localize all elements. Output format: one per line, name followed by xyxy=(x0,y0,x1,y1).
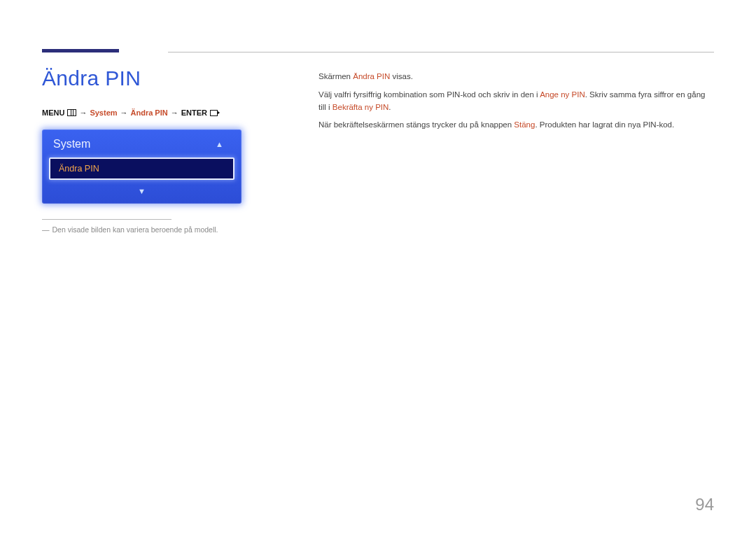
footnote: ―Den visade bilden kan variera beroende … xyxy=(42,225,294,234)
osd-item-label: Ändra PIN xyxy=(59,164,99,174)
highlight-andra-pin: Ändra PIN xyxy=(353,72,390,80)
body-para-2: Välj valfri fyrsiffrig kombination som P… xyxy=(318,89,714,114)
arrow-icon: → xyxy=(171,108,178,117)
breadcrumb-menu-label: MENU xyxy=(42,108,64,117)
page-title: Ändra PIN xyxy=(42,66,294,90)
osd-panel: System ▲ Ändra PIN ▼ xyxy=(42,129,241,204)
top-rule-divider xyxy=(168,52,714,52)
osd-selected-item[interactable]: Ändra PIN xyxy=(49,157,234,180)
menu-icon xyxy=(67,109,76,116)
page-number: 94 xyxy=(695,495,714,514)
body-para-1: Skärmen Ändra PIN visas. xyxy=(318,71,714,83)
highlight-bekrafta-ny-pin: Bekräfta ny PIN xyxy=(332,103,389,111)
chevron-down-icon: ▼ xyxy=(138,187,146,195)
highlight-stang: Stäng xyxy=(514,120,535,129)
top-rule-accent xyxy=(42,49,119,52)
footnote-dash: ― xyxy=(42,225,50,234)
arrow-icon: → xyxy=(120,108,128,117)
footnote-text: Den visade bilden kan variera beroende p… xyxy=(52,225,218,234)
breadcrumb-andra-pin: Ändra PIN xyxy=(131,108,168,117)
right-column: Skärmen Ändra PIN visas. Välj valfri fyr… xyxy=(318,71,714,137)
osd-title: System xyxy=(53,138,90,150)
breadcrumb-enter-label: ENTER xyxy=(181,108,207,117)
manual-page: Ändra PIN MENU → System → Ändra PIN → EN… xyxy=(0,0,756,534)
body-para-3: När bekräftelseskärmen stängs trycker du… xyxy=(318,119,714,132)
osd-header: System ▲ xyxy=(42,136,241,157)
footnote-divider xyxy=(42,219,172,220)
highlight-ange-ny-pin: Ange ny PIN xyxy=(540,90,585,99)
breadcrumb: MENU → System → Ändra PIN → ENTER xyxy=(42,108,294,117)
arrow-icon: → xyxy=(79,108,87,117)
osd-footer: ▼ xyxy=(42,180,241,195)
chevron-up-icon: ▲ xyxy=(216,140,223,148)
enter-icon xyxy=(210,110,220,116)
breadcrumb-system: System xyxy=(90,108,117,117)
left-column: Ändra PIN MENU → System → Ändra PIN → EN… xyxy=(42,66,294,234)
